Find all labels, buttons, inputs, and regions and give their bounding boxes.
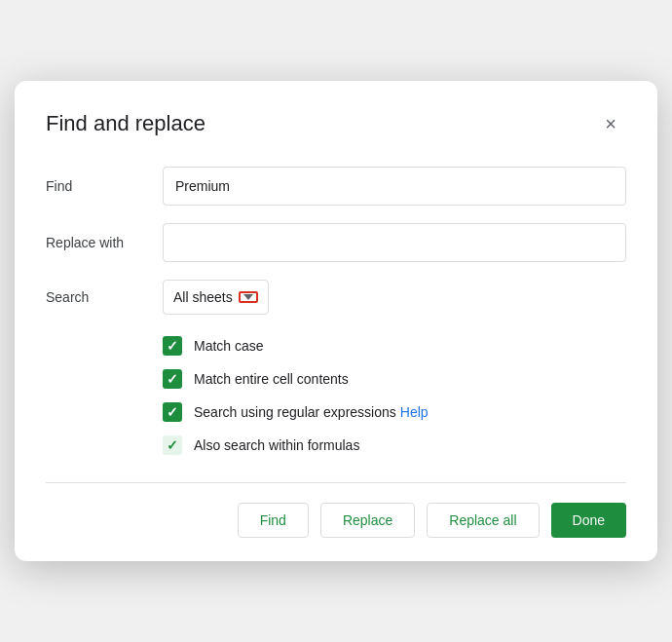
checkmark-icon: ✓	[167, 339, 178, 353]
formulas-label: Also search within formulas	[194, 437, 359, 453]
dialog-footer: Find Replace Replace all Done	[46, 482, 626, 538]
dropdown-arrow-box	[239, 291, 258, 303]
search-dropdown: All sheets	[163, 280, 269, 315]
close-icon: ×	[605, 113, 616, 135]
find-label: Find	[46, 178, 163, 194]
regex-row: ✓ Search using regular expressionsHelp	[163, 402, 626, 422]
checkmark-icon: ✓	[167, 438, 178, 452]
match-case-row: ✓ Match case	[163, 336, 626, 356]
search-dropdown-button[interactable]: All sheets	[163, 280, 269, 315]
chevron-down-icon	[243, 294, 253, 300]
help-link[interactable]: Help	[400, 404, 429, 420]
match-entire-label: Match entire cell contents	[194, 371, 349, 387]
replace-row: Replace with	[46, 223, 626, 262]
formulas-row: ✓ Also search within formulas	[163, 435, 626, 455]
replace-with-label: Replace with	[46, 235, 163, 250]
replace-with-input[interactable]	[163, 223, 626, 262]
find-replace-dialog: Find and replace × Find Replace with Sea…	[15, 81, 657, 561]
dialog-header: Find and replace ×	[46, 108, 626, 139]
dialog-title: Find and replace	[46, 111, 205, 136]
match-case-checkbox[interactable]: ✓	[163, 336, 182, 356]
match-entire-row: ✓ Match entire cell contents	[163, 369, 626, 389]
regex-label-text: Search using regular expressions	[194, 404, 396, 420]
formulas-checkbox[interactable]: ✓	[163, 435, 182, 455]
regex-checkbox[interactable]: ✓	[163, 402, 182, 422]
replace-button[interactable]: Replace	[320, 503, 415, 538]
match-case-label: Match case	[194, 338, 264, 354]
search-label: Search	[46, 289, 163, 305]
search-dropdown-value: All sheets	[173, 289, 233, 305]
close-button[interactable]: ×	[595, 108, 626, 139]
replace-all-button[interactable]: Replace all	[427, 503, 539, 538]
find-input[interactable]	[163, 167, 626, 206]
regex-label: Search using regular expressionsHelp	[194, 404, 429, 420]
match-entire-checkbox[interactable]: ✓	[163, 369, 182, 389]
find-button[interactable]: Find	[238, 503, 309, 538]
search-row: Search All sheets	[46, 280, 626, 315]
checkboxes-section: ✓ Match case ✓ Match entire cell content…	[46, 336, 626, 455]
checkmark-icon: ✓	[167, 372, 178, 386]
find-row: Find	[46, 167, 626, 206]
checkmark-icon: ✓	[167, 405, 178, 419]
done-button[interactable]: Done	[551, 503, 626, 538]
